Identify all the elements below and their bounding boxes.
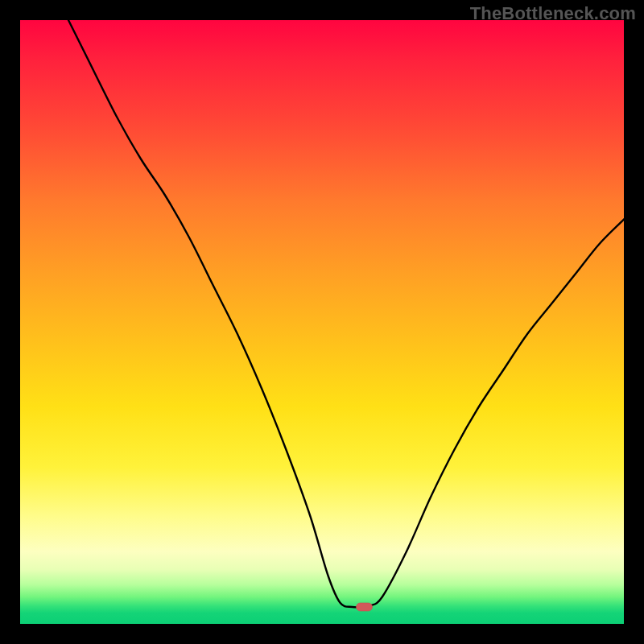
bottleneck-curve bbox=[68, 20, 624, 607]
curve-svg bbox=[20, 20, 624, 624]
plot-area bbox=[20, 20, 624, 624]
watermark-text: TheBottleneck.com bbox=[470, 3, 636, 24]
optimum-marker bbox=[357, 603, 373, 611]
chart-frame: TheBottleneck.com bbox=[0, 0, 644, 644]
